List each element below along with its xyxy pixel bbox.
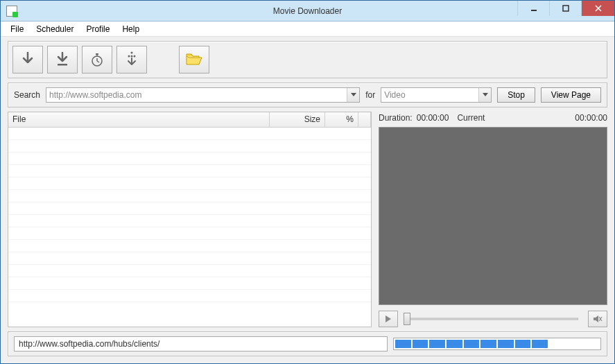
duration-label: Duration:	[379, 113, 413, 123]
preview-info: Duration: 00:00:00 Current 00:00:00	[379, 112, 607, 124]
svg-rect-2	[58, 64, 67, 66]
play-icon	[385, 315, 392, 323]
toolbar	[8, 41, 607, 78]
table-row	[8, 190, 371, 202]
table-row	[8, 202, 371, 215]
svg-rect-1	[563, 6, 569, 11]
arrow-down-bar-icon	[55, 51, 69, 68]
svg-point-8	[131, 52, 133, 54]
queue-button[interactable]	[116, 46, 147, 73]
downloads-table: File Size %	[8, 112, 372, 327]
menu-profile[interactable]: Profile	[80, 23, 115, 35]
progress-segment	[549, 340, 565, 348]
svg-point-10	[128, 55, 130, 58]
video-preview	[379, 127, 607, 305]
app-icon	[6, 6, 17, 17]
content-area: Search http://www.softpedia.com for Vide…	[1, 37, 614, 363]
svg-point-11	[134, 55, 136, 58]
search-panel: Search http://www.softpedia.com for Vide…	[8, 83, 607, 107]
svg-line-7	[97, 61, 99, 62]
close-button[interactable]	[581, 1, 614, 16]
preview-panel: Duration: 00:00:00 Current 00:00:00	[379, 112, 607, 327]
progress-segment	[413, 340, 428, 348]
progress-segment	[583, 340, 599, 348]
table-row	[8, 215, 371, 227]
table-row	[8, 227, 371, 240]
table-row	[8, 128, 371, 140]
dropdown-icon	[347, 88, 359, 102]
table-row	[8, 265, 371, 277]
table-row	[8, 165, 371, 177]
menu-scheduler[interactable]: Scheduler	[31, 23, 79, 35]
view-page-button[interactable]: View Page	[541, 87, 601, 103]
progress-segment	[566, 340, 582, 348]
stopwatch-icon	[89, 51, 105, 68]
table-row	[8, 290, 371, 302]
preview-controls	[379, 308, 607, 327]
search-url-combo[interactable]: http://www.softpedia.com	[46, 87, 360, 103]
search-type-value: Video	[384, 90, 405, 100]
progress-segment	[480, 340, 496, 348]
progress-segment	[429, 340, 445, 348]
download-button[interactable]	[12, 46, 43, 73]
arrow-down-dots-icon	[124, 51, 139, 69]
duration-value: 00:00:00	[417, 113, 449, 123]
for-label: for	[365, 90, 375, 100]
svg-rect-0	[531, 10, 537, 11]
progress-segment	[447, 340, 462, 348]
col-size[interactable]: Size	[270, 112, 325, 127]
current-label: Current	[457, 113, 485, 123]
table-row	[8, 277, 371, 290]
search-type-combo[interactable]: Video	[381, 87, 492, 103]
table-header: File Size %	[8, 112, 371, 128]
dropdown-icon	[478, 88, 491, 102]
progress-segment	[395, 340, 411, 348]
col-file[interactable]: File	[8, 112, 270, 127]
seek-slider[interactable]	[404, 313, 582, 325]
speaker-mute-icon	[593, 314, 603, 324]
folder-open-icon	[185, 52, 203, 67]
table-row	[8, 140, 371, 153]
app-window: Movie Downloader File Scheduler Profile …	[0, 0, 615, 364]
maximize-button[interactable]	[549, 1, 581, 16]
table-body[interactable]	[8, 128, 371, 327]
window-title: Movie Downloader	[273, 6, 342, 16]
status-url[interactable]: http://www.softpedia.com/hubs/clients/	[14, 336, 388, 352]
progress-segment	[498, 340, 514, 348]
window-controls	[517, 1, 614, 21]
svg-rect-4	[96, 53, 98, 55]
arrow-down-icon	[21, 51, 35, 68]
table-row	[8, 240, 371, 252]
download-all-button[interactable]	[47, 46, 78, 73]
menu-help[interactable]: Help	[116, 23, 145, 35]
search-url-value: http://www.softpedia.com	[49, 90, 141, 100]
open-folder-button[interactable]	[179, 46, 209, 73]
progress-segment	[464, 340, 480, 348]
minimize-button[interactable]	[517, 1, 549, 16]
table-row	[8, 153, 371, 165]
table-row	[8, 177, 371, 190]
menubar: File Scheduler Profile Help	[1, 21, 614, 37]
play-button[interactable]	[379, 311, 398, 327]
progress-segment	[532, 340, 548, 348]
main-row: File Size %	[8, 112, 607, 327]
svg-point-9	[131, 55, 133, 58]
scheduler-button[interactable]	[82, 46, 112, 73]
col-spacer	[358, 112, 371, 127]
col-percent[interactable]: %	[325, 112, 358, 127]
seek-thumb[interactable]	[404, 313, 410, 325]
progress-segment	[515, 340, 531, 348]
table-row	[8, 252, 371, 265]
stop-button[interactable]: Stop	[497, 87, 535, 103]
titlebar[interactable]: Movie Downloader	[1, 1, 614, 21]
progress-bar	[393, 338, 601, 350]
menu-file[interactable]: File	[5, 23, 29, 35]
current-value: 00:00:00	[575, 113, 607, 123]
search-label: Search	[14, 90, 40, 100]
seek-track	[408, 318, 578, 320]
status-bar: http://www.softpedia.com/hubs/clients/	[8, 331, 607, 356]
mute-button[interactable]	[588, 311, 607, 327]
